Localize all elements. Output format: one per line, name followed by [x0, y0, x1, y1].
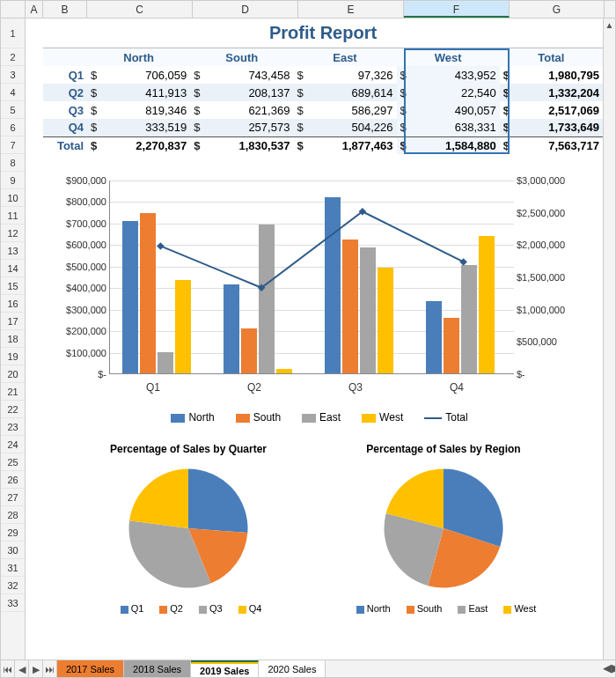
pie-region-svg	[378, 462, 510, 594]
rowhead-16[interactable]: 16	[1, 295, 25, 313]
pie-quarter-legend: Q1Q2Q3Q4	[61, 603, 316, 614]
column-headers: ABCDEFG	[1, 1, 615, 18]
scroll-left-icon[interactable]: ◀	[603, 660, 612, 677]
rowhead-30[interactable]: 30	[1, 542, 25, 559]
colhead-G[interactable]: G	[510, 1, 605, 18]
rowhead-6[interactable]: 6	[1, 119, 25, 136]
rowhead-28[interactable]: 28	[1, 506, 25, 524]
bar-line-chart: NorthSouthEastWestTotal $-$100,000$200,0…	[52, 172, 580, 427]
rowhead-11[interactable]: 11	[1, 207, 25, 225]
rowhead-22[interactable]: 22	[1, 401, 25, 418]
rowhead-2[interactable]: 2	[1, 48, 25, 66]
pie-slice-Q1	[188, 469, 248, 534]
rowhead-25[interactable]: 25	[1, 453, 25, 471]
rowhead-33[interactable]: 33	[1, 594, 25, 612]
page-title: Profit Report	[43, 18, 603, 48]
rowhead-8[interactable]: 8	[1, 154, 25, 172]
table-header-row: North South East West Total	[43, 48, 603, 66]
sheet-tab-2017-Sales[interactable]: 2017 Sales	[57, 660, 124, 677]
pie-quarter: Percentage of Sales by Quarter Q1Q2Q3Q4	[61, 439, 316, 614]
row-headers: 1234567891011121314151617181920212223242…	[1, 18, 26, 660]
table-row: Q3$819,346$621,369$586,297$490,057$2,517…	[43, 101, 603, 119]
pie-slice-Q4	[129, 469, 188, 529]
svg-rect-0	[157, 242, 164, 249]
tab-nav-2[interactable]: ▶	[29, 660, 43, 677]
table-row: Q2$411,913$208,137$689,614$22,540$1,332,…	[43, 84, 603, 101]
rowhead-17[interactable]: 17	[1, 313, 25, 330]
sheet-tab-2019-Sales[interactable]: 2019 Sales	[191, 660, 259, 677]
rowhead-24[interactable]: 24	[1, 436, 25, 453]
colhead-B[interactable]: B	[43, 1, 87, 18]
rowhead-5[interactable]: 5	[1, 101, 25, 119]
hdr-north: North	[87, 48, 190, 66]
rowhead-14[interactable]: 14	[1, 260, 25, 277]
scroll-right-icon[interactable]: ▶	[612, 660, 616, 677]
table-row: Q4$333,519$257,573$504,226$638,331$1,733…	[43, 119, 603, 136]
tab-nav-3[interactable]: ⏭	[43, 660, 57, 677]
rowhead-19[interactable]: 19	[1, 348, 25, 365]
svg-rect-3	[459, 258, 466, 265]
rowhead-9[interactable]: 9	[1, 172, 25, 189]
rowhead-31[interactable]: 31	[1, 559, 25, 577]
scroll-up-icon[interactable]: ▲	[604, 18, 615, 33]
pie-quarter-svg	[122, 462, 254, 594]
rowhead-29[interactable]: 29	[1, 524, 25, 542]
rowhead-13[interactable]: 13	[1, 242, 25, 260]
sheet-tab-2020-Sales[interactable]: 2020 Sales	[259, 660, 326, 677]
rowhead-3[interactable]: 3	[1, 66, 25, 84]
tab-nav-1[interactable]: ◀	[15, 660, 29, 677]
rowhead-26[interactable]: 26	[1, 471, 25, 489]
tab-nav-0[interactable]: ⏮	[1, 660, 15, 677]
rowhead-12[interactable]: 12	[1, 225, 25, 242]
colhead-A[interactable]: A	[26, 1, 43, 18]
rowhead-27[interactable]: 27	[1, 489, 25, 506]
selectall-corner[interactable]	[1, 1, 26, 18]
colhead-D[interactable]: D	[193, 1, 298, 18]
hdr-west: West	[397, 48, 500, 66]
colhead-C[interactable]: C	[87, 1, 193, 18]
rowhead-32[interactable]: 32	[1, 577, 25, 594]
rowhead-7[interactable]: 7	[1, 136, 25, 154]
rowhead-23[interactable]: 23	[1, 418, 25, 436]
cells-area[interactable]: Profit Report North South East West Tota…	[26, 18, 615, 660]
pie-quarter-title: Percentage of Sales by Quarter	[61, 443, 316, 455]
table-row: Total$2,270,837$1,830,537$1,877,463$1,58…	[43, 136, 603, 154]
rowhead-10[interactable]: 10	[1, 189, 25, 207]
colhead-E[interactable]: E	[298, 1, 404, 18]
pie-region-title: Percentage of Sales by Region	[316, 443, 571, 455]
hdr-south: South	[190, 48, 293, 66]
pie-region: Percentage of Sales by Region NorthSouth…	[316, 439, 571, 614]
rowhead-1[interactable]: 1	[1, 18, 25, 48]
hdr-east: East	[293, 48, 396, 66]
rowhead-4[interactable]: 4	[1, 84, 25, 101]
colhead-F[interactable]: F	[404, 1, 510, 18]
vertical-scrollbar[interactable]: ▲	[603, 18, 615, 660]
profit-table: North South East West Total Q1$706,059$7…	[43, 48, 603, 154]
hscroll-right[interactable]: ◀ ▶	[603, 660, 615, 677]
chart-legend: NorthSouthEastWestTotal	[52, 411, 580, 424]
pie-region-legend: NorthSouthEastWest	[316, 603, 571, 614]
rowhead-18[interactable]: 18	[1, 330, 25, 348]
rowhead-15[interactable]: 15	[1, 277, 25, 295]
sheet-tab-2018-Sales[interactable]: 2018 Sales	[124, 660, 191, 677]
hdr-total: Total	[500, 48, 603, 66]
chart-plot-area	[109, 181, 514, 374]
sheet-tab-bar: ⏮◀▶⏭2017 Sales2018 Sales2019 Sales2020 S…	[1, 660, 615, 677]
table-row: Q1$706,059$743,458$97,326$433,952$1,980,…	[43, 66, 603, 84]
rowhead-21[interactable]: 21	[1, 383, 25, 401]
rowhead-20[interactable]: 20	[1, 365, 25, 383]
